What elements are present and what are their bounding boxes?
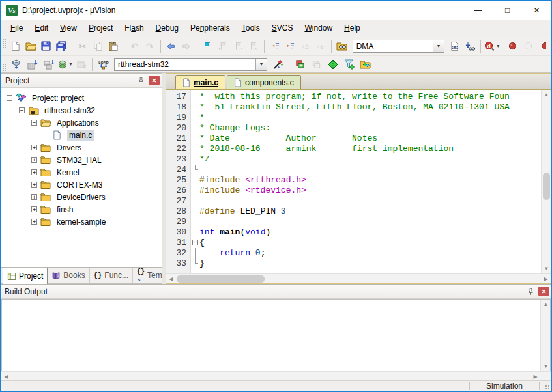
navigate-back-button[interactable] bbox=[164, 38, 179, 54]
chevron-down-icon[interactable]: ▾ bbox=[433, 40, 444, 52]
chevron-down-icon[interactable]: ▾ bbox=[255, 59, 267, 70]
menu-help[interactable]: Help bbox=[338, 21, 366, 35]
code-editor[interactable]: 17* with this program; if not, write to … bbox=[166, 90, 541, 273]
insert-breakpoint-button[interactable] bbox=[505, 38, 521, 54]
expand-icon[interactable]: + bbox=[31, 182, 37, 188]
tree-item-label[interactable]: CORTEX-M3 bbox=[55, 180, 104, 190]
find-in-files-button[interactable] bbox=[334, 38, 350, 54]
code-line-19[interactable]: 19* bbox=[166, 113, 541, 123]
code-line-33[interactable]: 33} bbox=[166, 259, 541, 269]
build-output-close-icon[interactable]: ✕ bbox=[538, 287, 549, 296]
tree-item-label[interactable]: finsh bbox=[55, 204, 75, 215]
tree-item-applications[interactable]: −Applications bbox=[1, 117, 162, 129]
menu-project[interactable]: Project bbox=[83, 21, 119, 35]
code-line-30[interactable]: 30int main(void) bbox=[166, 227, 541, 238]
save-button[interactable] bbox=[38, 38, 54, 54]
expand-icon[interactable]: + bbox=[31, 169, 37, 175]
menu-debug[interactable]: Debug bbox=[150, 21, 184, 35]
editor-tab-main-c[interactable]: main.c bbox=[175, 75, 225, 89]
tree-item-main-c[interactable]: main.c bbox=[1, 129, 162, 141]
start-stop-debug-button[interactable]: d▾ bbox=[484, 38, 499, 54]
pin-icon[interactable] bbox=[525, 287, 536, 297]
target-combobox[interactable]: rtthread-stm32▾ bbox=[114, 58, 267, 71]
project-panel-close-icon[interactable]: ✕ bbox=[149, 76, 160, 85]
save-all-button[interactable] bbox=[53, 38, 69, 54]
scroll-left-icon[interactable]: ◀ bbox=[1, 372, 11, 382]
new-file-button[interactable] bbox=[8, 38, 23, 54]
expand-icon[interactable]: + bbox=[31, 219, 37, 225]
code-line-25[interactable]: 25#include <rtthread.h> bbox=[166, 175, 541, 186]
tree-item-label[interactable]: STM32_HAL bbox=[55, 155, 104, 165]
tree-item-devicedrivers[interactable]: +DeviceDrivers bbox=[1, 191, 162, 203]
pin-icon[interactable] bbox=[135, 76, 147, 86]
tree-item-kernel-sample[interactable]: +kernel-sample bbox=[1, 216, 162, 228]
tree-item-drivers[interactable]: +Drivers bbox=[1, 141, 162, 154]
menu-peripherals[interactable]: Peripherals bbox=[184, 21, 236, 35]
scroll-right-icon[interactable]: ▶ bbox=[530, 372, 540, 382]
manage-components-button[interactable] bbox=[292, 57, 308, 72]
expand-icon[interactable]: + bbox=[31, 194, 37, 200]
find-button[interactable] bbox=[447, 38, 463, 54]
editor-horizontal-scrollbar[interactable]: ◀ ▶ bbox=[166, 273, 551, 283]
menu-window[interactable]: Window bbox=[298, 21, 338, 35]
tree-item-label[interactable]: Project: project bbox=[30, 93, 86, 104]
expand-icon[interactable]: + bbox=[31, 145, 37, 150]
code-line-26[interactable]: 26#include <rtdevice.h> bbox=[166, 186, 541, 196]
minimize-button[interactable]: — bbox=[463, 1, 493, 20]
tree-item-finsh[interactable]: +finsh bbox=[1, 203, 162, 216]
resize-grip[interactable] bbox=[540, 381, 551, 391]
pack-installer-button[interactable] bbox=[357, 57, 373, 72]
menu-flash[interactable]: Flash bbox=[119, 21, 149, 35]
menu-tools[interactable]: Tools bbox=[236, 21, 266, 35]
scroll-up-icon[interactable]: ▲ bbox=[541, 300, 551, 309]
sidebar-tab-project[interactable]: Project bbox=[3, 268, 48, 284]
menu-svcs[interactable]: SVCS bbox=[266, 21, 299, 35]
tree-item-rtthread-stm32[interactable]: −✱rtthread-stm32 bbox=[1, 104, 162, 117]
translate-button[interactable] bbox=[8, 57, 24, 72]
indent-button[interactable] bbox=[282, 38, 298, 54]
code-line-18[interactable]: 18* 51 Franklin Street, Fifth Floor, Bos… bbox=[166, 102, 541, 113]
code-line-17[interactable]: 17* with this program; if not, write to … bbox=[166, 92, 541, 102]
collapse-icon[interactable]: − bbox=[31, 120, 37, 126]
close-button[interactable]: ✕ bbox=[522, 1, 551, 20]
tree-item-label[interactable]: rtthread-stm32 bbox=[42, 105, 97, 116]
scrollbar-thumb[interactable] bbox=[543, 173, 550, 200]
code-line-21[interactable]: 21* Date Author Notes bbox=[166, 133, 541, 144]
rebuild-button[interactable] bbox=[40, 57, 57, 72]
chevron-down-icon[interactable]: ▾ bbox=[69, 61, 72, 67]
code-line-29[interactable]: 29 bbox=[166, 217, 541, 227]
menu-edit[interactable]: Edit bbox=[29, 21, 54, 35]
tree-item-label[interactable]: main.c bbox=[67, 130, 94, 141]
fold-collapse-icon[interactable]: − bbox=[191, 238, 199, 248]
code-line-20[interactable]: 20* Change Logs: bbox=[166, 123, 541, 133]
build-output-horizontal-scrollbar[interactable]: ◀ ▶ bbox=[1, 371, 551, 380]
code-line-22[interactable]: 22* 2018-08-16 armink first implementati… bbox=[166, 144, 541, 154]
sidebar-tab-func[interactable]: { }Func... bbox=[90, 268, 133, 283]
download-button[interactable]: LOAD bbox=[95, 57, 111, 72]
tree-item-stm32-hal[interactable]: +STM32_HAL bbox=[1, 154, 162, 166]
open-file-button[interactable] bbox=[23, 38, 38, 54]
scroll-left-icon[interactable]: ◀ bbox=[166, 274, 176, 284]
code-line-32[interactable]: 32 return 0; bbox=[166, 248, 541, 259]
target-options-button[interactable] bbox=[270, 57, 286, 72]
tree-item-cortex-m3[interactable]: +CORTEX-M3 bbox=[1, 178, 162, 191]
search-combobox[interactable]: DMA▾ bbox=[353, 40, 444, 53]
build-output-text[interactable] bbox=[2, 300, 540, 371]
menu-file[interactable]: File bbox=[5, 21, 29, 35]
chevron-down-icon[interactable]: ▾ bbox=[497, 43, 499, 49]
expand-icon[interactable]: + bbox=[31, 206, 37, 212]
tree-item-label[interactable]: DeviceDrivers bbox=[55, 192, 108, 203]
scroll-up-icon[interactable]: ▲ bbox=[542, 90, 551, 100]
code-line-31[interactable]: 31−{ bbox=[166, 238, 541, 248]
disable-all-breakpoints-button[interactable] bbox=[536, 38, 551, 54]
target-combobox-value[interactable]: rtthread-stm32 bbox=[115, 59, 255, 70]
tree-item-label[interactable]: Drivers bbox=[55, 143, 83, 153]
paste-button[interactable] bbox=[106, 38, 121, 54]
toolbar-grip[interactable] bbox=[3, 38, 6, 53]
collapse-icon[interactable]: − bbox=[19, 107, 25, 113]
editor-vertical-scrollbar[interactable]: ▲ ▼ bbox=[541, 90, 551, 273]
tree-item-project-project[interactable]: −Project: project bbox=[1, 92, 162, 104]
code-line-27[interactable]: 27 bbox=[166, 196, 541, 206]
build-button[interactable] bbox=[24, 57, 40, 72]
outdent-button[interactable] bbox=[267, 38, 283, 54]
